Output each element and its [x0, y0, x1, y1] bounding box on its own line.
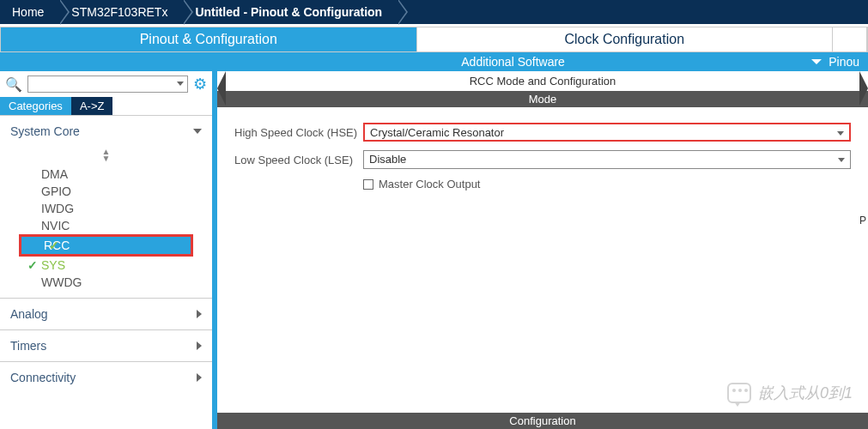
highlight-box-rcc: RCC — [19, 234, 193, 257]
chevron-right-icon — [197, 310, 202, 318]
tab-categories[interactable]: Categories — [0, 97, 71, 115]
content-area: 🔍 ⚙ Categories A->Z System Core ▲▼ DMA G… — [0, 71, 868, 429]
tree-item-dma[interactable]: DMA — [0, 166, 212, 183]
search-input[interactable] — [27, 76, 188, 93]
hse-label: High Speed Clock (HSE) — [234, 126, 363, 139]
chevron-down-icon — [837, 131, 844, 136]
sidebar: 🔍 ⚙ Categories A->Z System Core ▲▼ DMA G… — [0, 71, 217, 429]
chevron-right-icon — [197, 341, 202, 350]
chevron-down-icon — [838, 158, 845, 162]
sort-icon[interactable]: ▲▼ — [0, 147, 212, 164]
mode-body: High Speed Clock (HSE) Crystal/Ceramic R… — [217, 107, 868, 413]
group-system-core[interactable]: System Core — [0, 115, 212, 147]
group-connectivity[interactable]: Connectivity — [0, 361, 212, 393]
master-clock-label: Master Clock Output — [379, 178, 481, 190]
tab-extra[interactable] — [833, 27, 867, 51]
lse-select[interactable]: Disable — [363, 150, 851, 169]
additional-software-link[interactable]: Additional Software — [461, 55, 565, 69]
search-icon[interactable]: 🔍 — [5, 76, 22, 93]
hse-select[interactable]: Crystal/Ceramic Resonator — [363, 123, 851, 142]
mode-header: Mode — [217, 91, 868, 107]
breadcrumb-chip[interactable]: STM32F103RETx — [59, 0, 183, 24]
tree-item-wwdg[interactable]: WWDG — [0, 274, 212, 291]
tab-pinout-configuration[interactable]: Pinout & Configuration — [1, 27, 417, 51]
pinout-dropdown-label[interactable]: Pinou — [829, 55, 859, 69]
sub-bar: Additional Software Pinou — [0, 52, 868, 71]
main-panel: RCC Mode and Configuration Mode High Spe… — [217, 71, 868, 429]
master-clock-checkbox[interactable] — [363, 179, 373, 190]
breadcrumb-file[interactable]: Untitled - Pinout & Configuration — [183, 0, 398, 24]
tree-item-rcc[interactable]: RCC — [21, 237, 191, 254]
breadcrumb-home[interactable]: Home — [0, 0, 59, 24]
lse-label: Low Speed Clock (LSE) — [234, 154, 363, 166]
tree-item-sys[interactable]: SYS — [0, 257, 212, 274]
tree-system-core: DMA GPIO IWDG NVIC RCC SYS WWDG — [0, 164, 212, 298]
chevron-down-icon[interactable] — [811, 59, 822, 64]
chevron-right-icon — [197, 373, 202, 382]
tree-item-gpio[interactable]: GPIO — [0, 183, 212, 200]
chevron-down-icon — [193, 129, 202, 134]
group-analog[interactable]: Analog — [0, 298, 212, 329]
configuration-header: Configuration — [217, 413, 868, 429]
group-timers[interactable]: Timers — [0, 329, 212, 361]
tree-item-iwdg[interactable]: IWDG — [0, 200, 212, 217]
tab-a-to-z[interactable]: A->Z — [71, 97, 113, 115]
gear-icon[interactable]: ⚙ — [193, 75, 207, 94]
tree-item-nvic[interactable]: NVIC — [0, 217, 212, 234]
main-tabs: Pinout & Configuration Clock Configurati… — [0, 27, 868, 52]
right-panel-edge: P — [859, 214, 866, 227]
chevron-down-icon — [177, 82, 184, 86]
breadcrumb: Home STM32F103RETx Untitled - Pinout & C… — [0, 0, 868, 24]
panel-title: RCC Mode and Configuration — [217, 71, 868, 91]
tab-clock-configuration[interactable]: Clock Configuration — [417, 27, 834, 51]
